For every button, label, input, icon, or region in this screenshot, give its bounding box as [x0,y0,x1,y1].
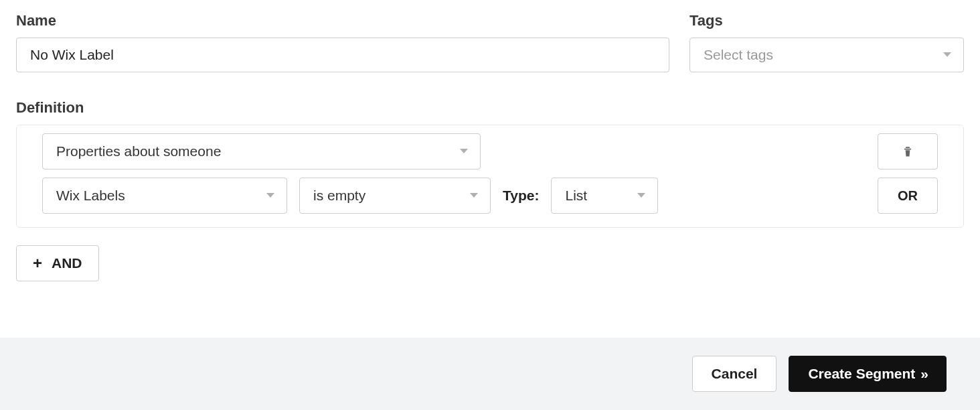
cancel-button[interactable]: Cancel [692,356,777,392]
field-select[interactable]: Wix Labels [42,178,287,214]
plus-icon: + [33,255,42,271]
tags-select[interactable]: Select tags [689,38,964,72]
chevrons-right-icon: » [920,366,927,382]
and-button-label: AND [52,255,82,271]
trash-icon [901,144,914,159]
definition-group: Properties about someone Wix Labels is [16,125,964,228]
operator-select-value: is empty [299,178,491,214]
name-label: Name [16,12,669,29]
definition-label: Definition [16,99,964,117]
operator-select[interactable]: is empty [299,178,491,214]
and-button[interactable]: + AND [16,245,99,281]
type-select[interactable]: List [551,178,658,214]
property-source-select[interactable]: Properties about someone [42,133,481,169]
type-select-value: List [551,178,658,214]
create-segment-button[interactable]: Create Segment » [789,356,947,392]
delete-button[interactable] [878,133,938,169]
tags-select-value: Select tags [689,38,964,72]
type-label: Type: [503,188,539,204]
create-segment-label: Create Segment [808,366,915,382]
field-select-value: Wix Labels [42,178,287,214]
footer-bar: Cancel Create Segment » [0,338,980,410]
property-source-value: Properties about someone [42,133,481,169]
or-button[interactable]: OR [878,178,938,214]
tags-label: Tags [689,12,964,29]
name-input[interactable] [16,38,669,72]
